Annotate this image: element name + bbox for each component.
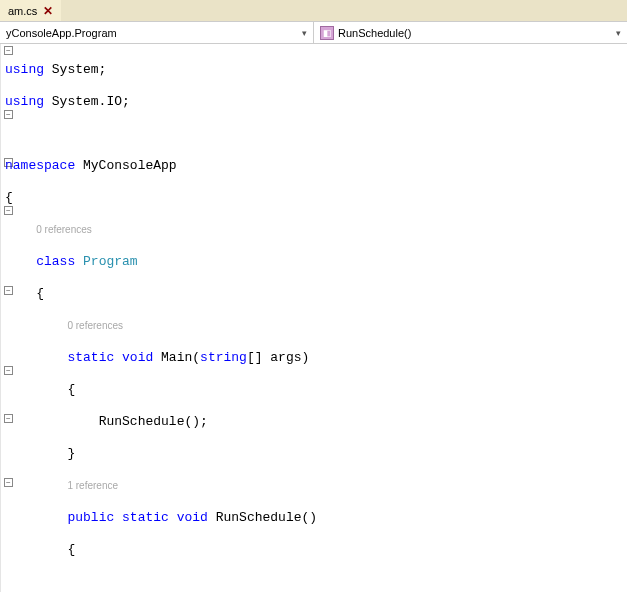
code-text: System.IO; [44, 94, 130, 109]
code-keyword: namespace [5, 158, 75, 173]
code-keyword: void [122, 350, 153, 365]
method-dropdown-label: RunSchedule() [338, 27, 411, 39]
code-text: [] args) [247, 350, 309, 365]
code-area[interactable]: using System; using System.IO; namespace… [1, 44, 627, 592]
codelens-references[interactable]: 0 references [36, 224, 92, 235]
codelens-references[interactable]: 0 references [67, 320, 123, 331]
code-keyword: string [200, 350, 247, 365]
code-brace: { [36, 286, 44, 301]
codelens-references[interactable]: 1 reference [67, 480, 118, 491]
code-text: RunSchedule() [208, 510, 317, 525]
method-icon: ◧ [320, 26, 334, 40]
code-brace: { [67, 542, 75, 557]
code-editor[interactable]: − − − − − − − − using System; using Syst… [0, 44, 627, 592]
chevron-down-icon: ▾ [302, 28, 307, 38]
code-brace: { [5, 190, 13, 205]
class-dropdown-label: yConsoleApp.Program [6, 27, 117, 39]
navigation-bar: yConsoleApp.Program ▾ ◧ RunSchedule() ▾ [0, 22, 627, 44]
code-text: MyConsoleApp [75, 158, 176, 173]
code-keyword: public [67, 510, 114, 525]
code-type: Program [83, 254, 138, 269]
tab-close-icon[interactable]: ✕ [43, 4, 53, 18]
tab-bar: am.cs ✕ [0, 0, 627, 22]
code-keyword: class [36, 254, 75, 269]
code-keyword: static [122, 510, 169, 525]
code-text: System; [44, 62, 106, 77]
code-brace: } [67, 446, 75, 461]
code-text: RunSchedule(); [99, 414, 208, 429]
code-keyword: static [67, 350, 114, 365]
chevron-down-icon: ▾ [616, 28, 621, 38]
code-brace: { [67, 382, 75, 397]
tab-filename: am.cs [8, 5, 37, 17]
class-dropdown[interactable]: yConsoleApp.Program ▾ [0, 22, 314, 43]
code-keyword: using [5, 62, 44, 77]
code-keyword: using [5, 94, 44, 109]
method-dropdown[interactable]: ◧ RunSchedule() ▾ [314, 22, 627, 43]
file-tab[interactable]: am.cs ✕ [0, 0, 61, 21]
code-keyword: void [177, 510, 208, 525]
code-text: Main( [153, 350, 200, 365]
